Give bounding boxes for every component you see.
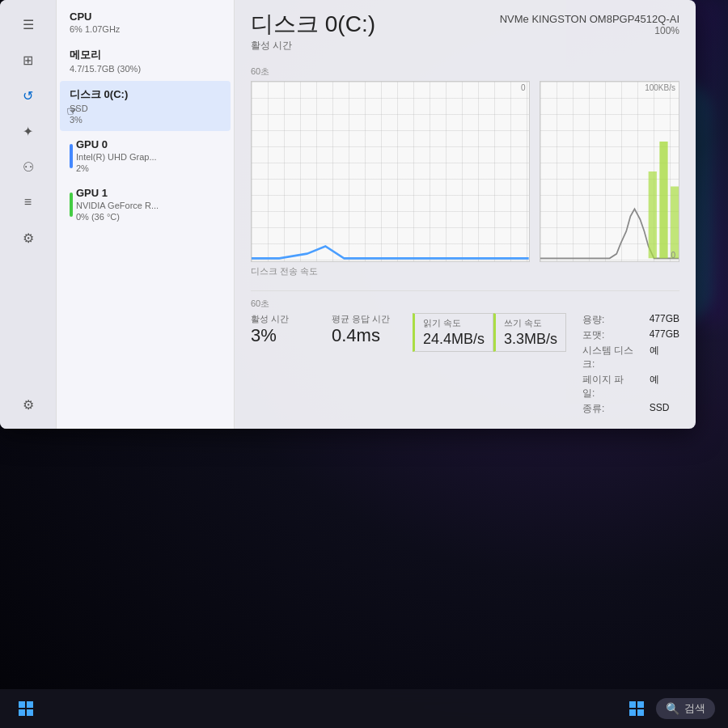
sidebar-icon-app-history[interactable]: ✦ <box>14 116 43 146</box>
process-item-gpu0[interactable]: GPU 0 Intel(R) UHD Grap... 2% <box>60 132 231 180</box>
svg-rect-3 <box>19 701 25 708</box>
sidebar-icon-menu[interactable]: ☰ <box>14 10 43 39</box>
taskbar-win-svg <box>629 700 645 717</box>
svg-rect-6 <box>27 709 33 716</box>
gpu0-sub2: 2% <box>76 163 221 173</box>
search-icon: 🔍 <box>666 702 679 715</box>
system-disk-value: 예 <box>650 344 679 371</box>
type-label: 종류: <box>582 402 637 416</box>
taskbar: 🔍 검색 <box>0 689 728 728</box>
sidebar-icon-dashboard[interactable]: ⊞ <box>14 45 43 74</box>
write-label: 쓰기 속도 <box>504 317 557 329</box>
disk-subtitle: 활성 시간 <box>251 39 375 53</box>
capacity-value: 477GB <box>650 313 679 327</box>
process-item-gpu1[interactable]: GPU 1 NVIDIA GeForce R... 0% (36 °C) <box>60 180 231 228</box>
graph-time-label-top: 60초 <box>251 66 679 78</box>
svg-rect-2 <box>671 187 679 259</box>
gpu0-sub1: Intel(R) UHD Grap... <box>76 152 221 162</box>
gpu0-bar <box>70 144 73 168</box>
sidebar: ☰ ⊞ ↺ ✦ ⚇ ≡ ⚙ ⚙ <box>0 0 57 429</box>
transfer-axis-bottom: 0 <box>671 251 675 260</box>
transfer-axis-top: 100KB/s <box>645 83 675 92</box>
read-value: 24.4MB/s <box>423 331 485 348</box>
write-speed-block: 쓰기 속도 3.3MB/s <box>493 313 566 352</box>
gpu1-bar <box>70 193 73 217</box>
windows-icon <box>18 700 34 717</box>
cpu-sub: 6% 1.07GHz <box>70 24 221 34</box>
svg-rect-1 <box>659 142 667 258</box>
page-file-label: 페이지 파일: <box>582 373 637 400</box>
page-file-value: 예 <box>650 373 679 400</box>
disk-transfer-graph: 100KB/s 0 <box>540 81 679 262</box>
sidebar-icon-users[interactable]: ⚇ <box>14 152 43 181</box>
gpu0-name: GPU 0 <box>76 138 221 150</box>
active-time-value: 3% <box>251 325 315 346</box>
disk-activity-graph: 0 <box>251 81 530 262</box>
response-value: 0.4ms <box>332 325 396 346</box>
gpu1-sub1: NVIDIA GeForce R... <box>76 201 221 210</box>
task-manager-window: ☰ ⊞ ↺ ✦ ⚇ ≡ ⚙ ⚙ CPU 6% 1.07GHz 메모리 4.7/1… <box>0 0 696 429</box>
windows-button[interactable] <box>13 696 39 722</box>
search-text: 검색 <box>684 701 705 716</box>
disk-model: NVMe KINGSTON OM8PGP4512Q-AI <box>500 13 679 25</box>
sidebar-icon-settings[interactable]: ⚙ <box>14 390 43 419</box>
activity-graph-svg <box>252 82 529 261</box>
format-label: 포맷: <box>582 328 637 342</box>
system-disk-label: 시스템 디스크: <box>582 344 637 371</box>
search-bar[interactable]: 🔍 검색 <box>656 698 715 719</box>
disk0-sub2: 3% <box>70 115 221 125</box>
stats-section: 60초 활성 시간 3% 평균 응답 시간 0.4ms 읽기 속도 24.4MB… <box>251 290 679 416</box>
svg-rect-0 <box>648 171 656 258</box>
active-time-label: 활성 시간 <box>251 313 315 325</box>
disk0-sub1: SSD <box>70 104 221 113</box>
cpu-name: CPU <box>70 11 221 23</box>
svg-rect-4 <box>27 701 33 708</box>
response-label: 평균 응답 시간 <box>332 313 396 325</box>
stat-active-time: 활성 시간 3% <box>251 313 315 346</box>
graph-bottom-label: 디스크 전송 속도 <box>251 265 679 277</box>
svg-rect-10 <box>637 709 644 716</box>
stats-time-label: 60초 <box>251 298 679 310</box>
sidebar-icon-details[interactable]: ≡ <box>14 188 43 217</box>
capacity-label: 용량: <box>582 313 637 327</box>
sidebar-icon-performance[interactable]: ↺ <box>14 81 43 110</box>
gpu1-sub2: 0% (36 °C) <box>76 212 221 222</box>
svg-rect-8 <box>637 701 644 708</box>
stat-response-time: 평균 응답 시간 0.4ms <box>332 313 396 346</box>
main-content: 디스크 0(C:) 활성 시간 NVMe KINGSTON OM8PGP4512… <box>235 0 696 429</box>
memory-name: 메모리 <box>70 48 221 62</box>
disk-pct: 100% <box>500 25 679 36</box>
taskbar-left <box>13 696 39 722</box>
svg-rect-9 <box>629 709 636 716</box>
disk0-name: 디스크 0(C:) <box>70 87 221 102</box>
disk-info-right: NVMe KINGSTON OM8PGP4512Q-AI 100% <box>500 13 679 36</box>
memory-sub: 4.7/15.7GB (30%) <box>70 64 221 74</box>
main-header: 디스크 0(C:) 활성 시간 NVMe KINGSTON OM8PGP4512… <box>251 13 679 53</box>
type-value: SSD <box>650 402 679 416</box>
svg-rect-7 <box>629 701 636 708</box>
process-item-cpu[interactable]: CPU 6% 1.07GHz <box>60 4 231 40</box>
read-label: 읽기 속도 <box>423 317 485 329</box>
graphs-row: 0 100KB/s 0 <box>251 81 679 262</box>
stats-row: 활성 시간 3% 평균 응답 시간 0.4ms 읽기 속도 24.4MB/s 쓰… <box>251 313 679 416</box>
info-grid: 용량: 477GB 포맷: 477GB 시스템 디스크: 예 페이지 파일: 예… <box>582 313 679 416</box>
process-item-memory[interactable]: 메모리 4.7/15.7GB (30%) <box>60 41 231 80</box>
taskbar-right: 🔍 검색 <box>624 696 715 722</box>
disk-title: 디스크 0(C:) <box>251 13 375 36</box>
graph-axis-top: 0 <box>521 83 526 92</box>
sidebar-icon-services[interactable]: ⚙ <box>14 223 43 252</box>
transfer-graph-svg <box>540 82 679 261</box>
gpu1-name: GPU 1 <box>76 187 221 199</box>
write-value: 3.3MB/s <box>504 331 557 348</box>
process-panel: CPU 6% 1.07GHz 메모리 4.7/15.7GB (30%) 디스크 … <box>57 0 235 429</box>
process-item-disk0[interactable]: 디스크 0(C:) SSD 3% ☞ <box>60 81 231 131</box>
graph-section: 60초 0 <box>251 66 679 281</box>
speed-block: 읽기 속도 24.4MB/s 쓰기 속도 3.3MB/s <box>413 313 566 352</box>
read-speed-block: 읽기 속도 24.4MB/s <box>413 313 493 352</box>
svg-rect-5 <box>19 709 25 716</box>
format-value: 477GB <box>650 328 679 342</box>
taskbar-windows-icon[interactable] <box>624 696 650 722</box>
